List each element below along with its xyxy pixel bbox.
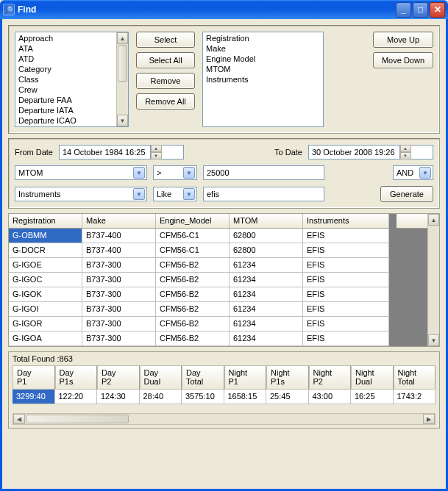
scrollbar[interactable]: ▲ ▼ [427, 214, 439, 346]
list-item[interactable]: MTOM [205, 64, 321, 74]
spinner[interactable]: ▲▼ [150, 145, 162, 160]
summary-column-header: DayTotal [182, 365, 224, 390]
list-item[interactable]: ATA [17, 43, 127, 54]
filter2-field-combo[interactable]: Instruments ▼ [15, 187, 147, 201]
scroll-down-icon[interactable]: ▼ [428, 334, 439, 346]
list-item[interactable]: Departure IATA [17, 105, 127, 115]
table-cell: CFM56-B2 [156, 331, 230, 346]
table-cell: G-IGOR [9, 317, 82, 331]
table-cell: G-DOCR [9, 243, 82, 258]
column-header[interactable]: Make [82, 214, 156, 229]
results-panel: Registration Make Engine_Model MTOM Inst… [8, 213, 440, 347]
list-item[interactable]: Instruments [205, 74, 321, 85]
filter1-conj-combo[interactable]: AND ▼ [393, 165, 433, 180]
move-up-button[interactable]: Move Up [373, 32, 433, 48]
filter1-field-combo[interactable]: MTOM ▼ [15, 165, 147, 180]
titlebar: 🔎 Find _ □ ✕ [0, 0, 448, 19]
filter1-op-combo[interactable]: > ▼ [153, 165, 197, 180]
table-cell: 62800 [230, 229, 303, 243]
input-value: efis [207, 190, 219, 198]
list-item[interactable]: Departure FAA [17, 95, 127, 105]
table-row[interactable]: G-IGORB737-300CFM56-B261234EFIS [9, 317, 397, 331]
spinner[interactable]: ▲▼ [399, 145, 411, 160]
scroll-up-icon[interactable]: ▲ [428, 214, 439, 226]
table-cell: B737-300 [82, 258, 156, 273]
table-row[interactable]: G-IGOIB737-300CFM56-B261234EFIS [9, 302, 397, 317]
list-item[interactable]: Crew [17, 85, 127, 95]
table-cell: B737-300 [82, 317, 156, 331]
column-header[interactable]: Registration [9, 214, 82, 229]
list-item[interactable]: Registration [205, 33, 321, 43]
table-cell: 61234 [230, 273, 303, 287]
summary-column-header: NightP1s [266, 365, 309, 390]
table-cell: G-IGOE [9, 258, 82, 273]
list-item[interactable]: Category [17, 64, 127, 74]
filter2-op-combo[interactable]: Like ▼ [153, 187, 197, 201]
to-date-input[interactable]: 30 October 2008 19:26 ▲▼ [308, 145, 433, 160]
column-header[interactable]: Instruments [303, 214, 389, 229]
table-row[interactable]: G-DOCRB737-400CFM56-C162800EFIS [9, 243, 397, 258]
summary-column-header: NightP1 [224, 365, 267, 390]
scroll-down-icon[interactable]: ▼ [117, 115, 128, 126]
maximize-button[interactable]: □ [413, 2, 428, 18]
horizontal-scrollbar[interactable]: ◀ ▶ [13, 413, 435, 425]
filter2-value-input[interactable]: efis [203, 187, 324, 201]
select-all-button[interactable]: Select All [136, 52, 195, 68]
list-item[interactable]: Engine Model [205, 54, 321, 64]
summary-column-header: NightDual [351, 365, 394, 390]
summary-header: DayP1DayP1sDayP2DayDualDayTotalNightP1Ni… [13, 365, 435, 390]
summary-column-header: NightTotal [394, 365, 436, 390]
filter1-value-input[interactable]: 25000 [203, 165, 324, 180]
column-header[interactable]: MTOM [230, 214, 303, 229]
results-grid[interactable]: Registration Make Engine_Model MTOM Inst… [9, 214, 397, 346]
list-item[interactable]: ATD [17, 54, 127, 64]
table-cell: CFM56-C1 [156, 229, 230, 243]
scroll-thumb[interactable] [118, 45, 127, 82]
summary-cell: 3299:40 [13, 390, 55, 404]
table-cell: 61234 [230, 331, 303, 346]
summary-column-header: DayP2 [97, 365, 140, 390]
table-row[interactable]: G-IGOCB737-300CFM56-B261234EFIS [9, 273, 397, 287]
table-row[interactable]: G-IGOKB737-300CFM56-B261234EFIS [9, 287, 397, 302]
list-item[interactable]: Class [17, 74, 127, 85]
table-cell: EFIS [303, 258, 389, 273]
grid-gutter [397, 214, 427, 346]
field-selection-panel: Approach ATA ATD Category Class Crew Dep… [8, 25, 440, 134]
combo-value: AND [397, 168, 413, 177]
selected-fields-list[interactable]: Registration Make Engine Model MTOM Inst… [202, 32, 324, 127]
column-header[interactable]: Engine_Model [156, 214, 230, 229]
table-row[interactable]: G-IGOEB737-300CFM56-B261234EFIS [9, 258, 397, 273]
table-row[interactable]: G-IGOAB737-300CFM56-B261234EFIS [9, 331, 397, 346]
select-button[interactable]: Select [136, 32, 195, 48]
filter-panel: From Date 14 October 1984 16:25 ▲▼ To Da… [8, 138, 440, 209]
move-down-button[interactable]: Move Down [373, 52, 433, 68]
remove-button[interactable]: Remove [136, 73, 195, 89]
to-date-value: 30 October 2008 19:26 [312, 148, 395, 157]
summary-cell: 25:45 [266, 390, 309, 404]
summary-column-header: DayDual [140, 365, 182, 390]
available-fields-list[interactable]: Approach ATA ATD Category Class Crew Dep… [15, 32, 129, 127]
minimize-button[interactable]: _ [396, 2, 411, 18]
chevron-down-icon: ▼ [133, 167, 145, 179]
window-title: Find [18, 4, 396, 15]
list-item[interactable]: Make [205, 43, 321, 54]
summary-column-header: NightP2 [309, 365, 352, 390]
generate-button[interactable]: Generate [380, 186, 433, 202]
table-cell: EFIS [303, 229, 389, 243]
table-row[interactable]: G-OBMMB737-400CFM56-C162800EFIS [9, 229, 397, 243]
scroll-left-icon[interactable]: ◀ [13, 414, 25, 424]
summary-cell: 3575:10 [182, 390, 224, 404]
from-date-input[interactable]: 14 October 1984 16:25 ▲▼ [59, 145, 184, 160]
summary-column-header: DayP1 [13, 365, 55, 390]
remove-all-button[interactable]: Remove All [136, 93, 195, 110]
table-cell: EFIS [303, 273, 389, 287]
close-button[interactable]: ✕ [430, 2, 445, 18]
scroll-right-icon[interactable]: ▶ [423, 414, 435, 424]
list-item[interactable]: Approach [17, 33, 127, 43]
table-cell: B737-300 [82, 287, 156, 302]
scrollbar[interactable]: ▲ ▼ [116, 32, 128, 126]
table-cell: G-IGOK [9, 287, 82, 302]
list-item[interactable]: Departure ICAO [17, 115, 127, 126]
scroll-thumb[interactable] [26, 415, 129, 423]
scroll-up-icon[interactable]: ▲ [117, 32, 128, 44]
